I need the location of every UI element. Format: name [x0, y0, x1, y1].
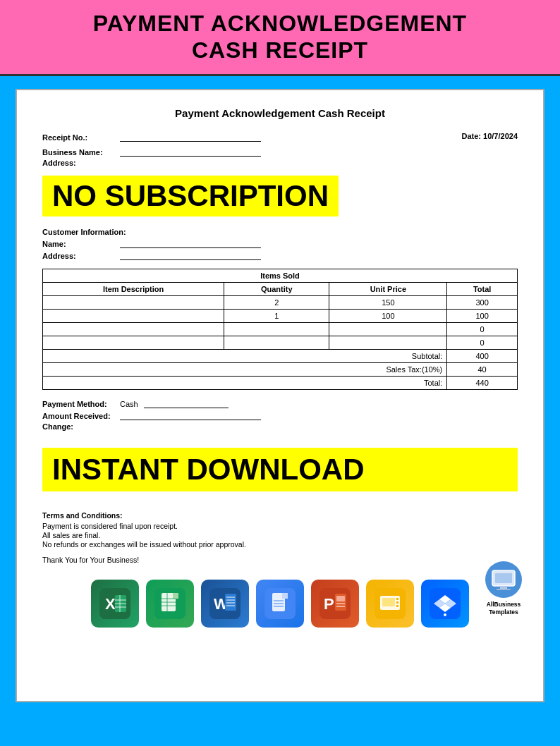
item-desc-4 [43, 336, 224, 349]
customer-info-header: Customer Information: [42, 228, 518, 236]
items-table: Items Sold Item Description Quantity Uni… [42, 269, 518, 390]
item-qty-1: 2 [224, 295, 329, 309]
docs-svg [264, 588, 296, 619]
customer-name-row: Name: [42, 238, 518, 248]
customer-address-label: Address: [42, 252, 120, 260]
item-total-4: 0 [447, 336, 518, 349]
word-svg: W [209, 588, 241, 619]
thank-you-text: Thank You for Your Business! [42, 556, 518, 564]
no-subscription-text: NO SUBSCRIPTION [52, 179, 329, 212]
item-total-1: 300 [447, 295, 518, 309]
customer-address-value [120, 250, 261, 260]
svg-rect-13 [173, 593, 178, 599]
tax-value: 40 [447, 362, 518, 376]
google-docs-icon [256, 580, 304, 628]
svg-point-49 [444, 613, 446, 616]
item-total-2: 100 [447, 309, 518, 322]
logo-icon [489, 568, 518, 592]
item-price-1: 150 [329, 295, 447, 309]
instant-download-text: INSTANT DOWNLOAD [52, 453, 508, 486]
document-area: Payment Acknowledgement Cash Receipt Rec… [16, 89, 544, 702]
svg-rect-20 [225, 594, 236, 611]
table-row: 0 [43, 322, 518, 336]
subtotal-row: Subtotal: 400 [43, 349, 518, 362]
receipt-no-label: Receipt No.: [42, 133, 120, 142]
excel-icon: X [91, 580, 139, 628]
date-label: Date: [461, 132, 481, 140]
receipt-no-row: Receipt No.: [42, 132, 419, 142]
customer-section: Customer Information: Name: Address: [42, 228, 518, 260]
logo-text: AllBusiness Templates [487, 601, 521, 616]
table-row: 1 100 100 [43, 309, 518, 322]
item-price-4 [329, 336, 447, 349]
business-name-value [120, 147, 261, 157]
svg-rect-41 [396, 601, 398, 604]
tax-row: Sales Tax:(10%) 40 [43, 362, 518, 376]
item-qty-4 [224, 336, 329, 349]
item-qty-2: 1 [224, 309, 329, 322]
logo-area: AllBusiness Templates [485, 561, 522, 616]
left-info: Receipt No.: [42, 132, 419, 144]
col-unit-price: Unit Price [329, 282, 447, 295]
amount-received-row: Amount Received: [42, 410, 518, 420]
terms-title: Terms and Conditions: [42, 511, 518, 520]
item-price-2: 100 [329, 309, 447, 322]
col-total: Total [447, 282, 518, 295]
svg-rect-1 [495, 573, 512, 583]
amount-received-value [120, 410, 261, 420]
word-icon: W [201, 580, 249, 628]
right-info: Date: 10/7/2024 [419, 132, 518, 140]
address-label: Address: [42, 159, 120, 167]
col-description: Item Description [43, 282, 224, 295]
terms-line-1: Payment is considered final upon receipt… [42, 522, 518, 530]
svg-text:P: P [324, 595, 334, 613]
item-desc-1 [43, 295, 224, 309]
business-name-row: Business Name: [42, 147, 518, 157]
dropbox-svg [430, 588, 461, 619]
receipt-no-value [120, 132, 261, 142]
change-row: Change: [42, 422, 518, 431]
table-row: 2 150 300 [43, 295, 518, 309]
google-sheets-icon [146, 580, 194, 628]
date-value: 10/7/2024 [483, 132, 518, 140]
items-section-header: Items Sold [43, 269, 518, 282]
payment-method-value: Cash [120, 400, 138, 408]
terms-section: Terms and Conditions: Payment is conside… [42, 511, 518, 564]
subtotal-label: Subtotal: [43, 349, 447, 362]
logo-circle [485, 561, 522, 598]
amount-received-label: Amount Received: [42, 412, 120, 420]
receipt-title: Payment Acknowledgement Cash Receipt [42, 107, 518, 119]
business-name-label: Business Name: [42, 148, 120, 157]
app-icons-row: X W [42, 573, 518, 632]
item-desc-3 [43, 322, 224, 336]
payment-section: Payment Method: Cash Amount Received: Ch… [42, 398, 518, 431]
svg-rect-27 [282, 593, 288, 599]
item-price-3 [329, 322, 447, 336]
dropbox-icon [421, 580, 469, 628]
terms-line-2: All sales are final. [42, 531, 518, 539]
ppt-svg: P [319, 588, 351, 619]
instant-download-banner: INSTANT DOWNLOAD [42, 448, 518, 491]
svg-rect-43 [387, 610, 393, 611]
header-banner: PAYMENT ACKNOWLEDGEMENT CASH RECEIPT [0, 0, 560, 76]
subtotal-value: 400 [447, 349, 518, 362]
svg-rect-39 [382, 598, 395, 606]
item-desc-2 [43, 309, 224, 322]
svg-text:X: X [105, 595, 116, 613]
address-row: Address: [42, 159, 518, 167]
customer-name-value [120, 238, 261, 248]
page-title: PAYMENT ACKNOWLEDGEMENT CASH RECEIPT [14, 10, 546, 64]
svg-rect-34 [336, 596, 345, 601]
tax-label: Sales Tax:(10%) [43, 362, 447, 376]
col-quantity: Quantity [224, 282, 329, 295]
payment-method-line [144, 398, 229, 408]
total-value: 440 [447, 376, 518, 389]
business-info-section: Business Name: Address: [42, 147, 518, 167]
total-label: Total: [43, 376, 447, 389]
svg-rect-3 [497, 589, 511, 590]
payment-method-row: Payment Method: Cash [42, 398, 518, 408]
no-subscription-banner: NO SUBSCRIPTION [42, 176, 339, 216]
customer-address-row: Address: [42, 250, 518, 260]
svg-rect-40 [396, 598, 398, 600]
sheets-svg [154, 588, 185, 619]
